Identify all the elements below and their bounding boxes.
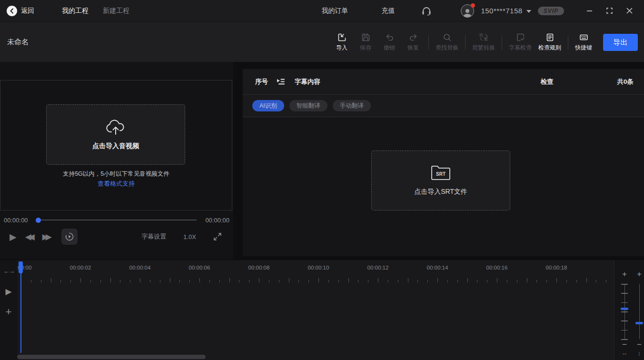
- import-button[interactable]: 导入: [333, 33, 350, 52]
- fast-forward-button[interactable]: ▶▶: [42, 232, 52, 242]
- ruler-tick: [517, 280, 517, 282]
- ruler-tick: [80, 278, 81, 282]
- import-srt-label: 点击导入SRT文件: [414, 188, 467, 196]
- v-zoom-track[interactable]: [639, 284, 640, 339]
- convert-button[interactable]: 简 繁 简繁转换: [472, 33, 495, 52]
- headset-support-icon[interactable]: [421, 5, 432, 17]
- format-support-text: 支持5G以内，5小时以下常见音视频文件: [0, 170, 232, 178]
- back-button[interactable]: 返回: [7, 6, 34, 16]
- ruler-tick: [90, 280, 91, 282]
- horizontal-resize-icon[interactable]: ←→: [0, 268, 17, 275]
- toolbar-divider: [502, 35, 502, 50]
- ruler-tick: [229, 278, 230, 282]
- loop-play-button[interactable]: [61, 229, 78, 245]
- recharge-link[interactable]: 充值: [381, 7, 395, 15]
- chevron-down-icon[interactable]: [526, 10, 531, 13]
- h-zoom-out-button[interactable]: −: [620, 340, 629, 350]
- nav-my-projects[interactable]: 我的工程: [62, 7, 89, 15]
- back-icon: [7, 6, 17, 16]
- check-button[interactable]: 检查: [540, 78, 553, 86]
- srt-icon-text: SRT: [436, 171, 446, 177]
- zoom-slider-tick: [621, 339, 628, 340]
- find-replace-button[interactable]: 查找替换: [436, 33, 458, 52]
- ruler-tick: [179, 280, 180, 282]
- check-rules-button[interactable]: 检查规则: [538, 33, 561, 52]
- subtitle-list-area: SRT 点击导入SRT文件: [243, 118, 644, 256]
- h-zoom-handle[interactable]: [621, 308, 628, 310]
- back-label: 返回: [21, 7, 34, 15]
- username[interactable]: 150****7158: [481, 7, 522, 15]
- shortcuts-button[interactable]: 快捷键: [575, 33, 592, 52]
- play-order-icon[interactable]: [277, 78, 285, 86]
- close-button[interactable]: [625, 7, 634, 15]
- subtitle-editor-app: 返回 我的工程 新建工程 我的订单 充值: [0, 0, 644, 360]
- cloud-upload-icon: [105, 119, 126, 136]
- v-zoom-out-button[interactable]: −: [634, 340, 644, 350]
- ruler-tick: [378, 278, 378, 282]
- avatar[interactable]: [461, 4, 474, 18]
- save-button[interactable]: 保存: [357, 33, 374, 52]
- v-zoom-in-button[interactable]: +: [634, 270, 644, 279]
- import-media-dropzone[interactable]: 点击导入音视频: [46, 104, 185, 165]
- ruler-tick: [130, 280, 130, 282]
- h-fit-icon[interactable]: ↔: [620, 350, 629, 357]
- playback-controls: ▶ ◀◀ ▶▶ 字幕设置 1.0X: [0, 228, 233, 246]
- ruler-tick: [308, 280, 309, 282]
- my-orders-link[interactable]: 我的订单: [321, 7, 348, 15]
- ruler-tick: [527, 278, 527, 282]
- ruler-tick: [289, 278, 289, 282]
- simplified-traditional-icon: 简 繁: [479, 33, 488, 42]
- seek-handle[interactable]: [36, 218, 41, 223]
- subtitle-check-button[interactable]: 字幕检查: [509, 33, 532, 52]
- seek-slider[interactable]: [37, 220, 197, 220]
- timeline-ruler[interactable]: 00:00:0000:00:0200:00:0400:00:0600:00:08…: [17, 262, 614, 282]
- subtitle-count: 共0条: [617, 78, 634, 86]
- ruler-tick: [110, 278, 111, 282]
- view-formats-link[interactable]: 查看格式支持: [0, 180, 232, 188]
- add-track-button[interactable]: +: [0, 306, 17, 318]
- ruler-tick: [60, 280, 61, 282]
- ruler-tick: [51, 278, 51, 282]
- check-rules-label: 检查规则: [538, 44, 561, 52]
- ruler-tick: [100, 280, 101, 282]
- ruler-tick: [497, 278, 497, 282]
- playhead-line: [20, 261, 21, 353]
- v-fit-icon[interactable]: ↕: [634, 350, 644, 357]
- save-label: 保存: [360, 44, 371, 52]
- playhead-handle[interactable]: [19, 261, 23, 273]
- timeline-scrollbar[interactable]: [17, 355, 206, 359]
- zoom-slider-tick: [621, 320, 628, 321]
- nav-new-project[interactable]: 新建工程: [103, 7, 129, 15]
- ruler-tick: [348, 278, 349, 282]
- play-button[interactable]: ▶: [10, 231, 17, 242]
- tab-ai-recognition[interactable]: AI识别: [252, 100, 284, 111]
- ruler-tick: [269, 280, 269, 282]
- redo-button[interactable]: 恢复: [405, 33, 422, 52]
- ruler-tick: [170, 278, 170, 282]
- project-title[interactable]: 未命名: [7, 38, 29, 47]
- ruler-tick: [398, 280, 398, 282]
- h-zoom-in-button[interactable]: +: [620, 270, 629, 279]
- horizontal-zoom-slider: + − ↔: [620, 260, 629, 360]
- tab-smart-translate[interactable]: 智能翻译: [289, 100, 327, 111]
- ruler-tick: [556, 278, 557, 282]
- tab-manual-translate[interactable]: 手动翻译: [333, 100, 371, 111]
- ruler-time-label: 00:00:12: [367, 265, 389, 270]
- minimize-button[interactable]: [585, 7, 594, 15]
- fullscreen-icon[interactable]: [213, 232, 222, 241]
- ruler-tick: [160, 280, 160, 282]
- ruler-tick: [457, 280, 458, 282]
- timeline-play-button[interactable]: ▶: [0, 287, 17, 297]
- import-srt-dropzone[interactable]: SRT 点击导入SRT文件: [371, 150, 510, 210]
- maximize-button[interactable]: [605, 7, 614, 15]
- v-zoom-handle[interactable]: [635, 322, 643, 324]
- subtitle-settings-button[interactable]: 字幕设置: [141, 232, 166, 241]
- window-controls: [585, 7, 634, 15]
- export-button[interactable]: 导出: [603, 34, 638, 51]
- rewind-button[interactable]: ◀◀: [25, 232, 32, 242]
- undo-button[interactable]: 撤销: [381, 33, 398, 52]
- speed-button[interactable]: 1.0X: [183, 233, 196, 240]
- toolbar-divider: [428, 35, 429, 50]
- top-nav: 我的工程 新建工程: [62, 7, 129, 15]
- ruler-tick: [417, 280, 418, 282]
